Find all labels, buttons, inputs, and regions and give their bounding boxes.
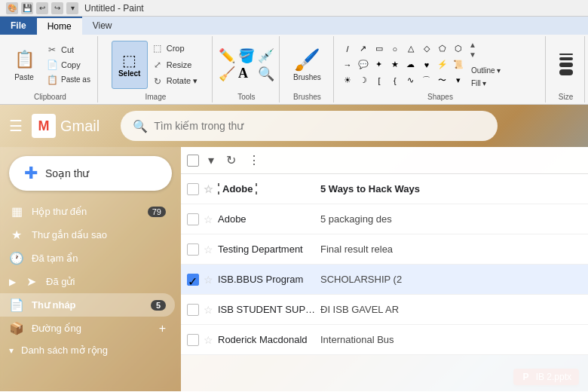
gmail-search[interactable]: 🔍 bbox=[121, 111, 498, 141]
email-star-4[interactable]: ☆ bbox=[204, 274, 213, 286]
drafts-icon: 📄 bbox=[9, 298, 24, 312]
shape-scroll[interactable]: 📜 bbox=[451, 57, 466, 72]
more-options-icon[interactable]: ⋮ bbox=[245, 152, 263, 169]
shape-wave[interactable]: 〜 bbox=[435, 73, 450, 88]
size-group: Size bbox=[547, 36, 585, 103]
shape-brace[interactable]: { bbox=[387, 73, 403, 88]
email-row[interactable]: ☆ Adobe 5 packaging des bbox=[181, 204, 588, 234]
shape-bracket[interactable]: [ bbox=[372, 73, 387, 88]
size-sm[interactable] bbox=[559, 54, 573, 55]
email-star-6[interactable]: ☆ bbox=[204, 334, 213, 346]
shape-line[interactable]: / bbox=[340, 41, 355, 57]
hamburger-menu-icon[interactable]: ☰ bbox=[9, 117, 23, 135]
shape-diamond[interactable]: ◇ bbox=[419, 41, 434, 57]
magnifier-icon[interactable]: 🔍 bbox=[258, 66, 274, 82]
shapes-scroll-down[interactable]: ▼ bbox=[469, 51, 503, 59]
shape-lightning[interactable]: ⚡ bbox=[435, 57, 450, 72]
pencil-icon[interactable]: ✏️ bbox=[219, 47, 235, 64]
shapes-scroll-up[interactable]: ▲ bbox=[469, 41, 503, 49]
dropdown-select-icon[interactable]: ▾ bbox=[205, 152, 217, 169]
brushes-button[interactable]: 🖌️ Brushes bbox=[290, 41, 323, 89]
size-lg[interactable] bbox=[559, 63, 573, 67]
shape-pentagon[interactable]: ⬠ bbox=[435, 41, 450, 57]
paste-button[interactable]: 📋 Paste bbox=[8, 41, 41, 89]
search-icon: 🔍 bbox=[133, 119, 148, 133]
redo-icon[interactable]: ↪ bbox=[51, 2, 63, 14]
resize-button[interactable]: ⤢ Resize bbox=[149, 57, 200, 72]
shape-hexagon[interactable]: ⬡ bbox=[451, 41, 466, 57]
dropdown-icon[interactable]: ▾ bbox=[66, 2, 78, 14]
sidebar-item-inbox[interactable]: ▦ Hộp thư đến 79 bbox=[0, 200, 175, 223]
gmail-header: ☰ M Gmail 🔍 bbox=[0, 105, 588, 147]
email-checkbox-4[interactable]: ✓ bbox=[187, 274, 199, 286]
tab-file[interactable]: File bbox=[0, 17, 37, 35]
email-star-3[interactable]: ☆ bbox=[204, 243, 213, 256]
email-checkbox-6[interactable] bbox=[187, 334, 199, 346]
tab-home[interactable]: Home bbox=[37, 17, 82, 35]
compose-button[interactable]: ✚ Soạn thư bbox=[9, 156, 172, 191]
shape-curved[interactable]: ∿ bbox=[403, 73, 418, 88]
save-icon[interactable]: 💾 bbox=[21, 2, 33, 14]
eraser-icon[interactable]: 🧹 bbox=[219, 66, 235, 82]
shape-star5[interactable]: ★ bbox=[387, 57, 403, 72]
text-icon[interactable]: A bbox=[238, 66, 255, 81]
shape-callout[interactable]: 💬 bbox=[356, 57, 371, 72]
email-checkbox-1[interactable] bbox=[187, 183, 199, 195]
paste-as-button[interactable]: 📋 Paste as bbox=[44, 72, 93, 87]
shape-rect[interactable]: ▭ bbox=[372, 41, 387, 57]
shape-oval[interactable]: ○ bbox=[387, 41, 403, 57]
shape-triangle[interactable]: △ bbox=[403, 41, 418, 57]
shape-heart[interactable]: ♥ bbox=[419, 57, 434, 72]
select-all-checkbox[interactable] bbox=[187, 155, 199, 167]
tab-view[interactable]: View bbox=[82, 17, 123, 35]
refresh-icon[interactable]: ↻ bbox=[223, 152, 239, 169]
email-subject-6: International Bus bbox=[320, 334, 582, 345]
undo-icon[interactable]: ↩ bbox=[36, 2, 48, 14]
rotate-icon: ↻ bbox=[152, 75, 164, 87]
email-row[interactable]: ☆ Testing Department Final result relea bbox=[181, 234, 588, 265]
crop-button[interactable]: ⬚ Crop bbox=[149, 41, 200, 56]
paste-as-icon: 📋 bbox=[46, 74, 58, 86]
shape-right-arrow[interactable]: → bbox=[340, 57, 355, 72]
fill-color-icon[interactable]: 🪣 bbox=[238, 47, 255, 64]
shape-sun[interactable]: ☀ bbox=[340, 73, 355, 88]
sidebar-item-snoozed[interactable]: 🕐 Đã tạm ẩn bbox=[0, 247, 175, 270]
sidebar-item-more[interactable]: ▾ Danh sách mở rộng bbox=[0, 340, 175, 360]
rotate-button[interactable]: ↻ Rotate ▾ bbox=[149, 74, 200, 89]
add-label-icon[interactable]: + bbox=[159, 322, 166, 335]
email-row[interactable]: ☆ Roderick Macdonald International Bus bbox=[181, 325, 588, 355]
sidebar-item-drafts[interactable]: 📄 Thư nháp 5 bbox=[0, 293, 175, 317]
email-from-1: Adobe bbox=[218, 183, 316, 194]
email-checkbox-3[interactable] bbox=[187, 243, 199, 256]
ribbon: File Home View 📋 Paste ✂ Cut bbox=[0, 17, 588, 105]
sidebar-item-sent[interactable]: ▶ ➤ Đã gửi bbox=[0, 270, 175, 293]
shape-arc[interactable]: ⌒ bbox=[419, 73, 434, 88]
email-star-2[interactable]: ☆ bbox=[204, 213, 213, 225]
shape-arrow[interactable]: ↗ bbox=[356, 41, 371, 57]
color-picker-icon[interactable]: 💉 bbox=[258, 47, 274, 64]
outline-button[interactable]: Outline ▾ bbox=[469, 65, 503, 76]
copy-button[interactable]: 📄 Copy bbox=[44, 57, 93, 72]
shape-moon[interactable]: ☽ bbox=[356, 73, 371, 88]
email-row[interactable]: ☆ ISB STUDENT SUPPORT ĐI ISB GAVEL AR bbox=[181, 295, 588, 325]
shape-more[interactable]: ▾ bbox=[451, 73, 466, 88]
email-checkbox-5[interactable] bbox=[187, 304, 199, 316]
size-md[interactable] bbox=[559, 57, 573, 60]
email-subject-5: ĐI ISB GAVEL AR bbox=[320, 304, 582, 315]
cut-button[interactable]: ✂ Cut bbox=[44, 42, 93, 57]
email-star-5[interactable]: ☆ bbox=[204, 304, 213, 316]
email-from-6: Roderick Macdonald bbox=[218, 334, 316, 345]
email-row[interactable]: ✓ ☆ ISB.BBUS Program SCHOLARSHIP (2 bbox=[181, 265, 588, 295]
email-checkbox-2[interactable] bbox=[187, 213, 199, 225]
email-row[interactable]: ☆ Adobe 5 Ways to Hack Ways bbox=[181, 174, 588, 204]
sidebar-item-labels[interactable]: 📦 Đường ống + bbox=[0, 317, 175, 340]
select-button[interactable]: ⬚ Select bbox=[112, 41, 148, 89]
search-input[interactable] bbox=[154, 120, 485, 132]
size-inner bbox=[559, 38, 573, 91]
email-star-1[interactable]: ☆ bbox=[204, 183, 213, 195]
shape-cloud[interactable]: ☁ bbox=[403, 57, 418, 72]
shape-star4[interactable]: ✦ bbox=[372, 57, 387, 72]
sidebar-item-starred[interactable]: ★ Thư gắn dấu sao bbox=[0, 223, 175, 247]
size-xl[interactable] bbox=[559, 69, 573, 75]
fill-button[interactable]: Fill ▾ bbox=[469, 78, 503, 89]
